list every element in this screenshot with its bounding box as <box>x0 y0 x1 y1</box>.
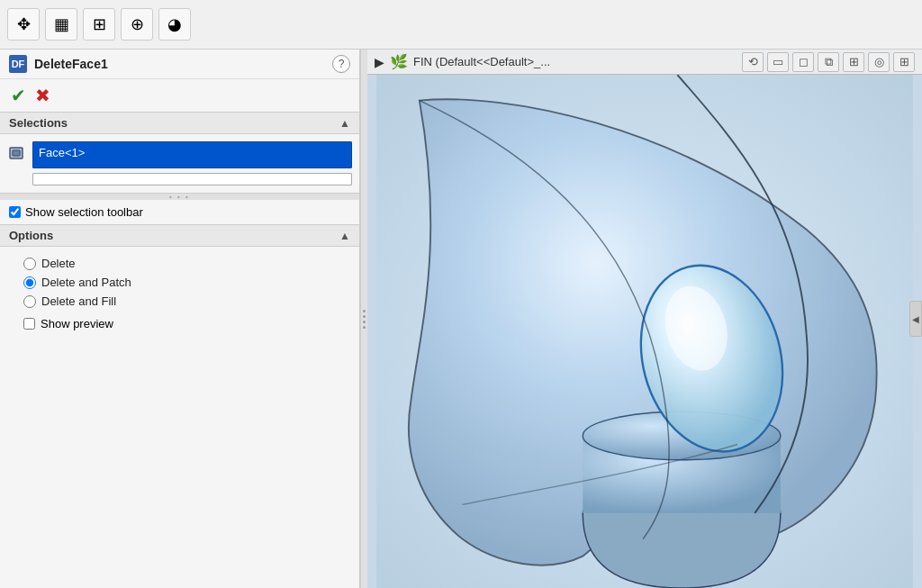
options-section-header: Options ▲ <box>0 224 359 247</box>
resize-handle[interactable]: • • • <box>0 193 359 200</box>
delete-and-fill-label[interactable]: Delete and Fill <box>41 294 116 308</box>
options-label: Options <box>9 229 53 242</box>
delete-radio-row: Delete <box>23 254 350 273</box>
selections-label: Selections <box>9 116 68 130</box>
viewport-collapse-tab[interactable]: ◀ <box>909 301 922 337</box>
selections-collapse-arrow[interactable]: ▲ <box>339 117 350 130</box>
vp-btn-6[interactable]: ◎ <box>868 52 890 72</box>
viewport: ▶ 🌿 FIN (Default<<Default>_... ⟲ ▭ ◻ ⧉ ⊞… <box>367 50 922 588</box>
target-tool-btn[interactable]: ⊕ <box>121 8 153 41</box>
viewport-topbar: ▶ 🌿 FIN (Default<<Default>_... ⟲ ▭ ◻ ⧉ ⊞… <box>367 50 922 75</box>
vp-btn-5[interactable]: ⊞ <box>843 52 864 72</box>
delete-label[interactable]: Delete <box>41 257 76 270</box>
show-preview-checkbox[interactable] <box>23 318 35 330</box>
show-preview-row: Show preview <box>23 314 350 333</box>
viewport-toolbar-right: ⟲ ▭ ◻ ⧉ ⊞ ◎ ⊞ <box>742 52 915 72</box>
delete-and-fill-radio-row: Delete and Fill <box>23 292 350 311</box>
vp-btn-7[interactable]: ⊞ <box>893 52 915 72</box>
main-area: DF DeleteFace1 ? ✔ ✖ Selections ▲ <box>0 50 922 588</box>
selected-face-input[interactable]: Face<1> <box>32 141 352 168</box>
top-toolbar: ✥ ▦ ⊞ ⊕ ◕ <box>0 0 922 50</box>
layers-tool-btn[interactable]: ⊞ <box>83 8 115 41</box>
vp-btn-2[interactable]: ▭ <box>767 52 789 72</box>
vp-btn-1[interactable]: ⟲ <box>742 52 764 72</box>
vp-btn-4[interactable]: ⧉ <box>818 52 839 72</box>
grid-tool-btn[interactable]: ▦ <box>45 8 77 41</box>
face-icon <box>7 143 27 163</box>
delete-and-patch-radio-row: Delete and Patch <box>23 273 350 292</box>
show-selection-toolbar-checkbox[interactable] <box>9 206 21 218</box>
show-selection-toolbar-row: Show selection toolbar <box>0 200 359 224</box>
color-tool-btn[interactable]: ◕ <box>158 8 191 41</box>
selections-section-header: Selections ▲ <box>0 112 359 134</box>
selection-row: Face<1> <box>7 141 352 185</box>
options-collapse-arrow[interactable]: ▲ <box>339 230 350 242</box>
viewport-title: FIN (Default<<Default>_... <box>413 55 550 68</box>
splitter-dots-icon <box>363 305 366 332</box>
delete-and-fill-radio[interactable] <box>23 295 36 308</box>
panel-header: DF DeleteFace1 ? <box>0 50 359 79</box>
delete-and-patch-label[interactable]: Delete and Patch <box>41 276 131 289</box>
left-panel: DF DeleteFace1 ? ✔ ✖ Selections ▲ <box>0 50 360 588</box>
selection-empty-input[interactable] <box>32 173 352 185</box>
options-area: Delete Delete and Patch Delete and Fill … <box>0 247 359 340</box>
delete-and-patch-radio[interactable] <box>23 276 36 289</box>
panel-icon: DF <box>9 55 27 73</box>
help-button[interactable]: ? <box>332 55 350 73</box>
delete-radio[interactable] <box>23 258 36 270</box>
cursor-tool-btn[interactable]: ✥ <box>7 8 40 41</box>
panel-title-row: DF DeleteFace1 <box>9 55 108 73</box>
selections-area: Face<1> <box>0 134 359 193</box>
panel-splitter[interactable] <box>360 50 367 588</box>
action-buttons: ✔ ✖ <box>0 79 359 112</box>
show-selection-toolbar-label[interactable]: Show selection toolbar <box>25 205 143 219</box>
cancel-button[interactable]: ✖ <box>33 83 52 108</box>
panel-title: DeleteFace1 <box>34 57 108 71</box>
show-preview-label[interactable]: Show preview <box>41 317 113 330</box>
ok-button[interactable]: ✔ <box>9 83 28 108</box>
3d-model-viewport[interactable] <box>367 75 922 588</box>
vp-btn-3[interactable]: ◻ <box>792 52 814 72</box>
viewport-tree-icon: 🌿 <box>390 53 408 70</box>
viewport-expand-arrow[interactable]: ▶ <box>375 55 384 69</box>
svg-rect-1 <box>13 150 20 156</box>
